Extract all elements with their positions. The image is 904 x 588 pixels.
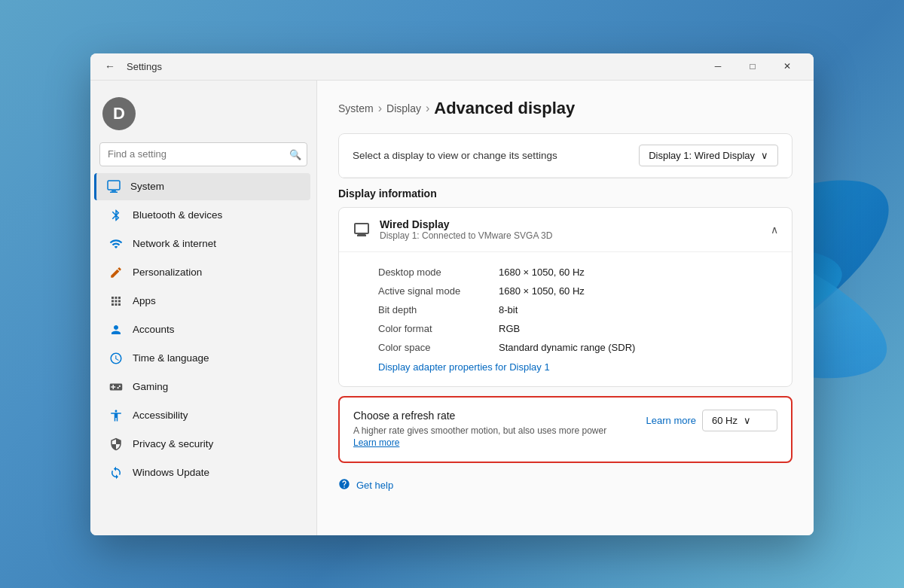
system-icon: [106, 179, 121, 194]
bluetooth-icon: [108, 208, 124, 223]
breadcrumb-current: Advanced display: [434, 99, 575, 118]
sidebar-item-personalization[interactable]: Personalization: [96, 259, 310, 286]
color-space-value: Standard dynamic range (SDR): [499, 342, 635, 353]
refresh-rate-card: Choose a refresh rate A higher rate give…: [338, 396, 793, 464]
section-title-display-info: Display information: [338, 187, 793, 200]
color-space-label: Color space: [378, 342, 499, 353]
sidebar-item-accessibility-label: Accessibility: [133, 410, 188, 421]
breadcrumb-sep2: ›: [426, 102, 429, 115]
get-help-link[interactable]: Get help: [338, 472, 793, 498]
refresh-right: Learn more 60 Hz ∨: [646, 410, 777, 431]
close-button[interactable]: ✕: [770, 53, 805, 81]
avatar-section: D: [90, 90, 316, 142]
refresh-rate-title: Choose a refresh rate: [353, 410, 609, 422]
main-layout: D 🔍 System Bluetooth & devices: [90, 81, 814, 535]
desktop-mode-row: Desktop mode 1680 × 1050, 60 Hz: [378, 263, 778, 282]
adapter-properties-link[interactable]: Display adapter properties for Display 1: [378, 357, 778, 376]
settings-window: ← Settings ─ □ ✕ D 🔍: [90, 53, 814, 535]
avatar: D: [102, 97, 136, 130]
maximize-button[interactable]: □: [735, 53, 770, 81]
gaming-icon: [108, 379, 124, 395]
refresh-left: Choose a refresh rate A higher rate give…: [353, 410, 609, 450]
search-box: 🔍: [99, 142, 307, 166]
active-signal-value: 1680 × 1050, 60 Hz: [499, 285, 585, 297]
title-bar: ← Settings ─ □ ✕: [90, 53, 814, 81]
display-name: Wired Display: [380, 218, 552, 230]
active-signal-row: Active signal mode 1680 × 1050, 60 Hz: [378, 282, 778, 300]
refresh-rate-value: 60 Hz: [712, 415, 738, 426]
personalization-icon: [108, 265, 124, 280]
desktop-mode-value: 1680 × 1050, 60 Hz: [499, 267, 585, 278]
sidebar-item-apps[interactable]: Apps: [96, 288, 310, 315]
sidebar-item-network[interactable]: Network & internet: [96, 230, 310, 257]
svg-rect-11: [110, 191, 118, 193]
sidebar-item-bluetooth[interactable]: Bluetooth & devices: [96, 202, 310, 229]
display-name-group: Wired Display Display 1: Connected to VM…: [380, 218, 552, 241]
sidebar-item-apps-label: Apps: [133, 295, 156, 306]
sidebar-item-bluetooth-label: Bluetooth & devices: [133, 209, 222, 221]
sidebar-item-accounts-label: Accounts: [133, 324, 175, 335]
refresh-rate-chevron-icon: ∨: [744, 415, 751, 426]
apps-icon: [108, 294, 124, 309]
collapse-icon[interactable]: ∧: [771, 224, 778, 236]
display-dropdown[interactable]: Display 1: Wired Display ∨: [639, 145, 778, 166]
get-help-label: Get help: [356, 480, 393, 491]
breadcrumb-display[interactable]: Display: [386, 102, 421, 114]
sidebar-item-accounts[interactable]: Accounts: [96, 316, 310, 343]
select-display-label: Select a display to view or change its s…: [353, 150, 557, 161]
sidebar-item-accessibility[interactable]: Accessibility: [96, 402, 310, 429]
display-header-left: Wired Display Display 1: Connected to VM…: [353, 218, 552, 241]
learn-link[interactable]: Learn more: [646, 415, 696, 426]
active-signal-label: Active signal mode: [378, 285, 499, 297]
sidebar-item-personalization-label: Personalization: [133, 267, 202, 278]
content-area: System › Display › Advanced display Sele…: [316, 81, 814, 535]
update-icon: [108, 465, 124, 480]
accessibility-icon: [108, 408, 124, 423]
chevron-down-icon: ∨: [761, 150, 768, 161]
bit-depth-label: Bit depth: [378, 304, 499, 315]
breadcrumb: System › Display › Advanced display: [338, 99, 793, 118]
bit-depth-value: 8-bit: [499, 304, 518, 315]
sidebar-item-privacy-label: Privacy & security: [133, 438, 213, 449]
network-icon: [108, 236, 124, 251]
window-controls: ─ □ ✕: [701, 53, 805, 81]
monitor-icon: [353, 221, 371, 239]
minimize-button[interactable]: ─: [701, 53, 735, 81]
color-format-row: Color format RGB: [378, 319, 778, 338]
search-icon: 🔍: [289, 148, 301, 160]
sidebar-item-gaming[interactable]: Gaming: [96, 373, 310, 401]
back-button[interactable]: ←: [99, 56, 121, 77]
learn-more-link[interactable]: Learn more: [353, 437, 399, 448]
display-dropdown-value: Display 1: Wired Display: [649, 150, 755, 161]
sidebar: D 🔍 System Bluetooth & devices: [90, 81, 316, 535]
search-input[interactable]: [99, 142, 307, 166]
color-format-value: RGB: [499, 323, 520, 334]
sidebar-item-system[interactable]: System: [94, 173, 310, 200]
color-format-label: Color format: [378, 323, 499, 334]
display-body: Desktop mode 1680 × 1050, 60 Hz Active s…: [339, 252, 792, 386]
time-icon: [108, 351, 124, 366]
sidebar-item-update-label: Windows Update: [133, 467, 209, 478]
privacy-icon: [108, 437, 124, 452]
sidebar-item-privacy[interactable]: Privacy & security: [96, 431, 310, 458]
accounts-icon: [108, 322, 124, 337]
display-subtitle: Display 1: Connected to VMware SVGA 3D: [380, 230, 552, 241]
select-display-header: Select a display to view or change its s…: [339, 134, 792, 178]
sidebar-item-time-label: Time & language: [133, 352, 209, 364]
sidebar-item-time[interactable]: Time & language: [96, 345, 310, 372]
select-display-card: Select a display to view or change its s…: [338, 133, 793, 178]
refresh-rate-subtitle: A higher rate gives smoother motion, but…: [353, 425, 609, 450]
breadcrumb-sep1: ›: [378, 102, 382, 115]
help-icon: [338, 478, 350, 492]
color-space-row: Color space Standard dynamic range (SDR): [378, 338, 778, 357]
breadcrumb-system[interactable]: System: [338, 102, 374, 114]
desktop-mode-label: Desktop mode: [378, 267, 499, 278]
refresh-rate-dropdown[interactable]: 60 Hz ∨: [702, 410, 777, 431]
display-info-header: Wired Display Display 1: Connected to VM…: [339, 208, 792, 252]
svg-rect-10: [111, 190, 116, 192]
sidebar-item-gaming-label: Gaming: [133, 381, 168, 392]
bit-depth-row: Bit depth 8-bit: [378, 300, 778, 319]
sidebar-item-system-label: System: [130, 181, 164, 192]
sidebar-item-update[interactable]: Windows Update: [96, 459, 310, 486]
svg-rect-9: [108, 181, 120, 190]
